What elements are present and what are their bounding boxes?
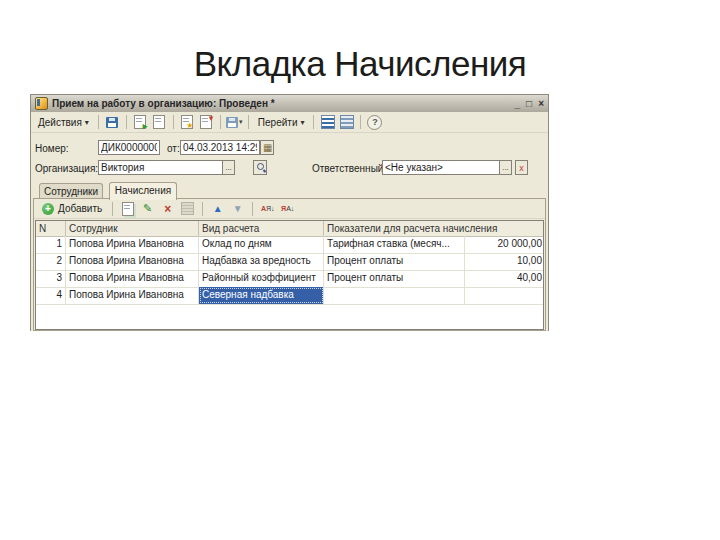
toolbar-separator <box>126 115 127 129</box>
main-toolbar: Действия ▾ Перейти ? <box>31 112 548 133</box>
organization-ellipsis-button[interactable]: ... <box>222 160 235 175</box>
number-label: Номер: <box>35 143 69 154</box>
order-grid-icon[interactable] <box>179 201 196 217</box>
actions-menu-label: Действия <box>38 117 82 128</box>
cell-num: 1 <box>36 236 66 253</box>
cell-indicator: Тарифная ставка (месяч... <box>324 236 465 253</box>
toolbar-separator <box>173 115 174 129</box>
cell-num: 4 <box>36 287 66 304</box>
post-document-icon[interactable] <box>132 114 149 130</box>
add-from-document-icon[interactable] <box>198 114 215 130</box>
edit-row-icon[interactable]: ✎ <box>139 201 156 217</box>
add-row-button[interactable]: + Добавить <box>38 202 106 216</box>
table-row[interactable]: 3 Попова Ирина Ивановна Районный коэффиц… <box>36 270 543 288</box>
cell-num: 3 <box>36 270 66 287</box>
cell-indicator: Процент оплаты <box>324 270 465 287</box>
tab-employees-label: Сотрудники <box>44 186 98 197</box>
responsible-input[interactable] <box>382 160 500 175</box>
sort-descending-icon[interactable]: ЯА↓ <box>279 201 296 217</box>
print-icon[interactable]: ▾ <box>226 114 243 130</box>
organization-input[interactable] <box>98 160 223 175</box>
cell-indicator: Процент оплаты <box>324 253 465 270</box>
create-based-on-icon[interactable] <box>179 114 196 130</box>
table-header: N Сотрудник Вид расчета Показатели для р… <box>36 221 543 237</box>
save-icon[interactable] <box>104 114 121 130</box>
cell-calc-type: Районный коэффициент <box>199 270 324 287</box>
copy-row-icon[interactable] <box>119 201 136 217</box>
tab-employees[interactable]: Сотрудники <box>39 183 103 199</box>
toolbar-separator <box>98 115 99 129</box>
responsible-ellipsis-button[interactable]: ... <box>499 160 512 175</box>
report-icon[interactable] <box>319 114 336 130</box>
accruals-table: N Сотрудник Вид расчета Показатели для р… <box>35 220 544 330</box>
column-header-indicators[interactable]: Показатели для расчета начисления <box>324 221 544 236</box>
goto-menu-label: Перейти <box>258 117 298 128</box>
cell-calc-type-selected[interactable]: Северная надбавка <box>199 287 324 304</box>
cell-value: 20 000,00 <box>465 236 544 253</box>
slide: Вкладка Начисления Прием на работу в орг… <box>0 0 720 540</box>
responsible-clear-button[interactable]: x <box>515 160 528 175</box>
responsible-label: Ответственный: <box>312 163 386 174</box>
cell-calc-type: Надбавка за вредность <box>199 253 324 270</box>
organization-lookup-icon[interactable] <box>253 160 267 175</box>
toolbar-separator <box>112 202 113 216</box>
close-button[interactable]: × <box>538 98 544 109</box>
sort-ascending-icon[interactable]: АЯ↓ <box>259 201 276 217</box>
minimize-button[interactable]: _ <box>515 98 521 109</box>
date-label: от: <box>167 143 180 154</box>
add-row-label: Добавить <box>58 203 102 214</box>
maximize-button[interactable]: □ <box>526 98 532 109</box>
cell-calc-type: Оклад по дням <box>199 236 324 253</box>
move-up-icon[interactable]: ▲ <box>209 201 226 217</box>
delete-row-icon[interactable]: × <box>159 201 176 217</box>
number-input[interactable] <box>98 140 160 155</box>
organization-label: Организация: <box>35 163 98 174</box>
toolbar-separator <box>248 115 249 129</box>
tab-accruals-label: Начисления <box>115 185 171 196</box>
cell-num: 2 <box>36 253 66 270</box>
window-titlebar[interactable]: Прием на работу в организацию: Проведен … <box>31 95 548 112</box>
cell-value <box>465 287 544 304</box>
preview-document-icon[interactable] <box>151 114 168 130</box>
list-settings-icon[interactable] <box>338 114 355 130</box>
move-down-icon[interactable]: ▼ <box>229 201 246 217</box>
column-header-employee[interactable]: Сотрудник <box>66 221 199 236</box>
document-icon <box>35 97 48 110</box>
cell-employee: Попова Ирина Ивановна <box>66 236 199 253</box>
cell-value: 10,00 <box>465 253 544 270</box>
accruals-tab-panel: + Добавить ✎ × ▲ ▼ АЯ↓ ЯА↓ N Сотрудник <box>33 198 546 331</box>
toolbar-separator <box>313 115 314 129</box>
toolbar-separator <box>202 202 203 216</box>
table-row[interactable]: 4 Попова Ирина Ивановна Северная надбавк… <box>36 287 543 305</box>
column-header-num[interactable]: N <box>36 221 66 236</box>
cell-value: 40,00 <box>465 270 544 287</box>
calendar-button[interactable] <box>260 140 274 155</box>
actions-menu-button[interactable]: Действия <box>34 115 93 130</box>
app-window: Прием на работу в организацию: Проведен … <box>30 94 549 331</box>
table-toolbar: + Добавить ✎ × ▲ ▼ АЯ↓ ЯА↓ <box>34 199 545 219</box>
goto-menu-button[interactable]: Перейти <box>254 115 309 130</box>
tab-accruals[interactable]: Начисления <box>109 182 177 200</box>
table-row[interactable]: 2 Попова Ирина Ивановна Надбавка за вред… <box>36 253 543 271</box>
cell-indicator <box>324 287 465 304</box>
cell-employee: Попова Ирина Ивановна <box>66 270 199 287</box>
column-header-calc-type[interactable]: Вид расчета <box>199 221 324 236</box>
cell-employee: Попова Ирина Ивановна <box>66 287 199 304</box>
window-title: Прием на работу в организацию: Проведен … <box>52 98 511 109</box>
cell-employee: Попова Ирина Ивановна <box>66 253 199 270</box>
page-title: Вкладка Начисления <box>0 44 720 84</box>
date-input[interactable] <box>180 140 260 155</box>
toolbar-separator <box>252 202 253 216</box>
table-row[interactable]: 1 Попова Ирина Ивановна Оклад по дням Та… <box>36 236 543 254</box>
help-icon[interactable]: ? <box>366 114 383 130</box>
plus-icon: + <box>42 203 54 215</box>
toolbar-separator <box>220 115 221 129</box>
toolbar-separator <box>360 115 361 129</box>
